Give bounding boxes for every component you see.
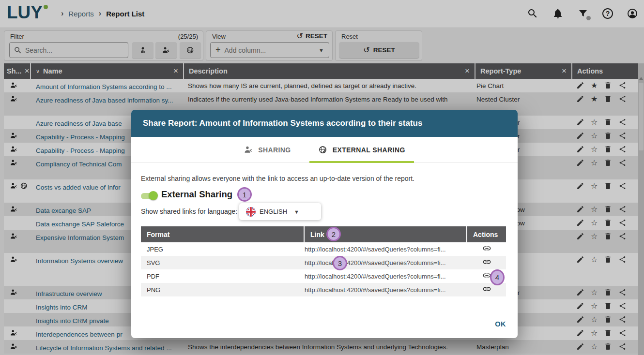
external-sharing-toggle-label: External Sharing xyxy=(161,189,232,200)
format-cell: PNG xyxy=(141,286,305,294)
modal-title-bar: Share Report: Amount of Information Syst… xyxy=(131,110,518,137)
globe-share-icon xyxy=(318,145,328,155)
language-selector[interactable]: ENGLISH ▼ xyxy=(239,203,321,220)
person-share-icon xyxy=(244,145,253,155)
format-cell: JPEG xyxy=(141,246,305,253)
modal-tabs: SHARING EXTERNAL SHARING xyxy=(131,137,518,163)
copy-link-button[interactable] xyxy=(482,257,491,268)
copy-link-icon xyxy=(482,244,491,253)
link-actions-cell xyxy=(467,244,506,255)
tab-sharing[interactable]: SHARING xyxy=(243,137,291,163)
link-url-cell: http://localhost:4200/#/savedQueries?col… xyxy=(305,246,467,253)
link-url-cell: http://localhost:4200/#/savedQueries?col… xyxy=(305,259,467,266)
copy-link-button[interactable] xyxy=(482,284,491,296)
uk-flag-icon xyxy=(246,207,256,217)
annotation-badge-3: 3 xyxy=(333,256,347,270)
format-cell: SVG xyxy=(141,259,305,266)
link-actions-cell xyxy=(467,257,506,268)
column-header-format: Format xyxy=(141,226,304,242)
share-link-row: PNGhttp://localhost:4200/#/savedQueries?… xyxy=(141,283,506,296)
link-actions-cell xyxy=(467,284,506,296)
copy-link-button[interactable] xyxy=(482,244,491,255)
annotation-badge-1: 1 xyxy=(237,187,252,202)
copy-link-icon xyxy=(482,257,491,266)
share-link-row: SVGhttp://localhost:4200/#/savedQueries?… xyxy=(141,256,506,269)
chevron-down-icon: ▼ xyxy=(294,209,299,215)
modal-title: Share Report: Amount of Information Syst… xyxy=(143,118,422,128)
format-cell: PDF xyxy=(141,273,305,280)
column-header-actions: Actions xyxy=(467,226,506,242)
tab-external-sharing[interactable]: EXTERNAL SHARING xyxy=(317,137,406,163)
annotation-badge-2: 2 xyxy=(326,227,341,241)
external-sharing-toggle[interactable] xyxy=(141,190,158,201)
share-link-row: JPEGhttp://localhost:4200/#/savedQueries… xyxy=(141,242,506,256)
ok-button[interactable]: OK xyxy=(495,320,506,328)
share-report-modal: Share Report: Amount of Information Syst… xyxy=(131,110,518,338)
language-value: ENGLISH xyxy=(260,208,287,215)
language-selector-label: Show shared links for language: xyxy=(141,207,237,215)
share-link-row: PDFhttp://localhost:4200/#/savedQueries?… xyxy=(141,269,506,283)
share-links-table-body: JPEGhttp://localhost:4200/#/savedQueries… xyxy=(141,242,506,296)
link-url-cell: http://localhost:4200/#/savedQueries?col… xyxy=(305,273,467,280)
external-sharing-description: External sharing allows everyone with th… xyxy=(141,175,414,182)
copy-link-icon xyxy=(482,284,491,294)
toggle-knob xyxy=(149,191,158,200)
share-links-table-header: Format Link Actions xyxy=(141,226,506,242)
link-url-cell: http://localhost:4200/#/savedQueries?col… xyxy=(305,286,467,294)
annotation-badge-4: 4 xyxy=(490,269,505,285)
share-links-table: Format Link Actions JPEGhttp://localhost… xyxy=(141,226,506,296)
